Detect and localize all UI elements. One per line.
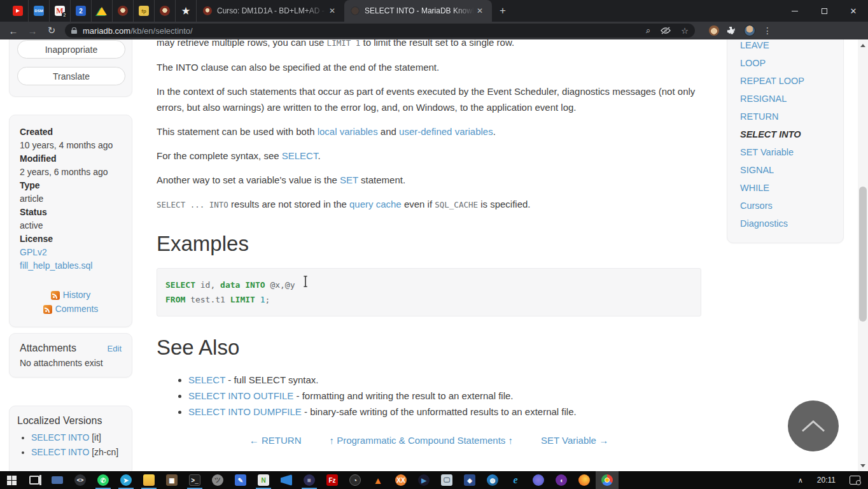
license-gplv2-link[interactable]: GPLv2 xyxy=(20,247,47,257)
comments-link[interactable]: Comments xyxy=(55,302,99,316)
pinned-tab-gmail[interactable]: M2 xyxy=(50,0,71,22)
eye-hidden-icon[interactable] xyxy=(661,27,671,34)
nav-item-return[interactable]: RETURN xyxy=(740,108,830,125)
taskbar-icon-xampp[interactable]: XX xyxy=(389,471,412,489)
extensions-puzzle-icon[interactable] xyxy=(727,26,736,36)
parent-category-link[interactable]: ↑ Programmatic & Compound Statements ↑ xyxy=(330,435,513,446)
translate-button[interactable]: Translate xyxy=(17,67,125,85)
address-bar[interactable]: mariadb.com/kb/en/selectinto/ ⌕ ☆ xyxy=(65,24,695,38)
back-button[interactable]: ← xyxy=(4,25,23,36)
zoom-icon[interactable]: ⌕ xyxy=(646,25,650,36)
scroll-up-arrow[interactable] xyxy=(858,41,868,50)
chrome-menu-icon[interactable]: ⋮ xyxy=(763,25,772,36)
taskbar-icon-firefox[interactable] xyxy=(573,471,596,489)
taskbar-icon-whatsapp[interactable]: ✆ xyxy=(92,471,115,489)
pinned-tab-moodle[interactable] xyxy=(113,0,134,22)
task-view-button[interactable] xyxy=(23,471,46,489)
see-also-text: - formatting and writing the result to a… xyxy=(293,390,513,401)
mariadb-seal-icon xyxy=(351,6,360,15)
taskbar-icon-globe-app[interactable]: ◍ xyxy=(481,471,504,489)
taskbar-icon-media-player[interactable]: ▶ xyxy=(412,471,435,489)
taskbar-icon-audio-app[interactable]: ◖ xyxy=(550,471,573,489)
scrollbar-thumb[interactable] xyxy=(859,187,867,322)
pinned-tab-youtube[interactable] xyxy=(8,0,29,22)
taskbar-icon-editor-app[interactable]: ✎ xyxy=(229,471,252,489)
start-button[interactable] xyxy=(0,471,23,489)
localized-suffix: [zh-cn] xyxy=(89,447,118,457)
localized-zhcn-link[interactable]: SELECT INTO xyxy=(31,447,89,457)
taskbar-icon-file-explorer[interactable] xyxy=(137,471,160,489)
localized-it-link[interactable]: SELECT INTO xyxy=(31,432,89,443)
touch-keyboard-button[interactable] xyxy=(46,471,69,489)
pinned-tab-fp[interactable]: fp xyxy=(134,0,155,22)
taskbar-icon-eclipse[interactable]: ≡ xyxy=(298,471,321,489)
prev-article-link[interactable]: ← RETURN xyxy=(249,435,302,446)
local-variables-link[interactable]: local variables xyxy=(318,126,378,137)
restore-button[interactable] xyxy=(809,0,839,22)
nav-item-resignal[interactable]: RESIGNAL xyxy=(740,90,830,108)
taskbar-icon-vlc[interactable]: ▲ xyxy=(367,471,389,489)
reload-button[interactable]: ↻ xyxy=(42,25,61,36)
action-center-icon[interactable] xyxy=(850,476,860,485)
taskbar-icon-library-app[interactable]: ▦ xyxy=(160,471,183,489)
nav-item-while[interactable]: WHILE xyxy=(740,179,830,197)
close-button[interactable]: ✕ xyxy=(839,0,868,22)
tab-close-icon[interactable]: ✕ xyxy=(326,5,338,17)
pinned-tab-calendar[interactable]: 2 xyxy=(71,0,92,22)
set-link[interactable]: SET xyxy=(340,174,358,185)
taskbar-icon-internet-explorer[interactable]: e xyxy=(504,471,527,489)
nav-item-leave[interactable]: LEAVE xyxy=(740,39,830,54)
inline-code: SELECT ... INTO xyxy=(157,200,228,209)
scroll-down-arrow[interactable] xyxy=(858,461,868,470)
new-tab-button[interactable]: + xyxy=(492,4,514,17)
pinned-tab-dsm[interactable]: DSM xyxy=(29,0,50,22)
history-link[interactable]: History xyxy=(63,288,91,302)
tampermonkey-extension-icon[interactable] xyxy=(709,25,719,36)
nav-item-diagnostics[interactable]: Diagnostics xyxy=(740,215,830,232)
bookmark-star-icon[interactable]: ☆ xyxy=(681,26,689,36)
forward-button[interactable]: → xyxy=(23,25,42,36)
attachments-edit-link[interactable]: Edit xyxy=(108,344,122,353)
clock[interactable]: 20:11 xyxy=(817,476,836,485)
taskbar-icon-filezilla[interactable]: Fz xyxy=(321,471,344,489)
dsm-icon: DSM xyxy=(34,6,44,16)
taskbar-icon-gimp[interactable]: ツ xyxy=(206,471,229,489)
tab-close-icon[interactable]: ✕ xyxy=(474,5,486,17)
nav-item-cursors[interactable]: Cursors xyxy=(740,197,830,215)
tab-select-into[interactable]: SELECT INTO - MariaDB Knowled ✕ xyxy=(344,0,492,22)
next-article-link[interactable]: SET Variable → xyxy=(541,435,608,446)
taskbar-icon-dev-app[interactable]: <> xyxy=(69,471,92,489)
pinned-tab-moodle-2[interactable] xyxy=(155,0,176,22)
see-also-outfile-link[interactable]: SELECT INTO OUTFILE xyxy=(188,390,293,401)
see-also-dumpfile-link[interactable]: SELECT INTO DUMPFILE xyxy=(188,406,302,417)
taskbar-icon-telegram[interactable]: ➤ xyxy=(115,471,137,489)
taskbar-icon-chrome[interactable] xyxy=(596,471,619,489)
taskbar-icon-vscode[interactable] xyxy=(275,471,298,489)
taskbar-icon-obs[interactable]: ◔ xyxy=(344,471,367,489)
taskbar-icon-terminal[interactable]: >_ xyxy=(183,471,206,489)
nav-item-signal[interactable]: SIGNAL xyxy=(740,161,830,179)
see-also-select-link[interactable]: SELECT xyxy=(188,374,225,385)
inappropriate-button[interactable]: Inappropriate xyxy=(17,40,125,59)
profile-avatar[interactable] xyxy=(744,25,755,36)
pinned-tab-drive[interactable] xyxy=(92,0,113,22)
fill-help-tables-link[interactable]: fill_help_tables.sql xyxy=(20,260,92,271)
paragraph: SELECT ... INTO results are not stored i… xyxy=(157,196,701,213)
taskbar-icon-notepad-plus-plus[interactable]: N xyxy=(252,471,275,489)
page-scrollbar[interactable] xyxy=(858,39,868,471)
select-link[interactable]: SELECT xyxy=(282,150,318,161)
pinned-tab-bookmarks[interactable]: ★ xyxy=(176,0,197,22)
taskbar-icon-browser-app[interactable] xyxy=(527,471,550,489)
extension-area: ⋮ xyxy=(701,25,778,36)
nav-item-repeat-loop[interactable]: REPEAT LOOP xyxy=(740,72,830,90)
minimize-button[interactable] xyxy=(780,0,809,22)
taskbar-icon-screen-app[interactable]: 🖵 xyxy=(435,471,458,489)
taskbar-icon-virtualbox[interactable]: ◈ xyxy=(458,471,481,489)
user-defined-variables-link[interactable]: user-defined variables xyxy=(399,126,493,137)
query-cache-link[interactable]: query cache xyxy=(349,199,402,209)
tray-expand-icon[interactable]: ∧ xyxy=(798,476,803,485)
tab-curso[interactable]: Curso: DM1D1A - BD+LM+AD - ... ✕ xyxy=(197,0,344,22)
back-to-top-button[interactable] xyxy=(788,400,839,451)
nav-item-loop[interactable]: LOOP xyxy=(740,54,830,72)
nav-item-set-variable[interactable]: SET Variable xyxy=(740,143,830,161)
